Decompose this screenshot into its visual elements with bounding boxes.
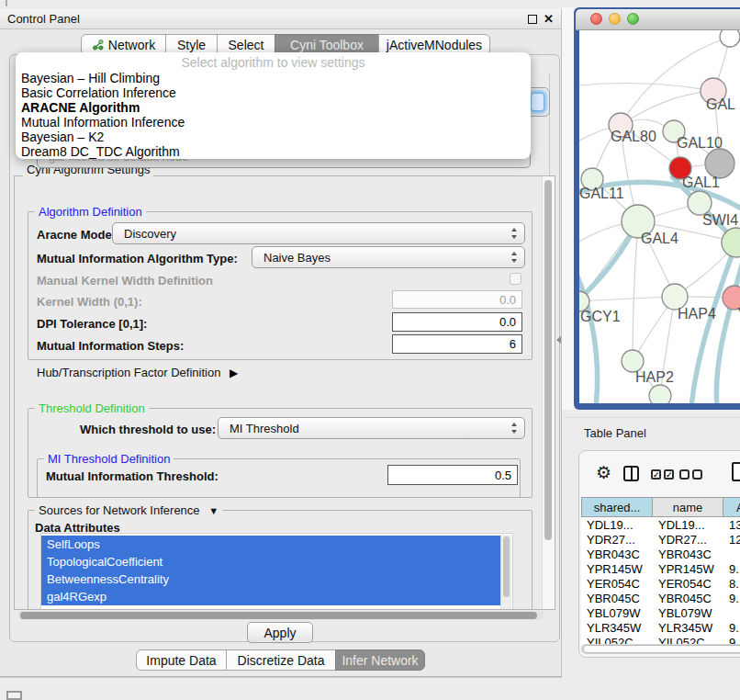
node-label: HAP4: [678, 306, 716, 322]
hub-definition-label: Hub/Transcription Factor Definition: [37, 366, 220, 379]
manual-kernel-checkbox: [510, 273, 521, 285]
table-row[interactable]: YDL19... YDL19... 13: [581, 517, 740, 532]
network-node[interactable]: [649, 385, 671, 403]
table-row[interactable]: YIL052C YIL052C 9: [581, 635, 740, 644]
list-item[interactable]: BetweennessCentrality: [41, 570, 506, 588]
mi-type-combo[interactable]: Naive Bayes: [252, 246, 525, 268]
network-canvas[interactable]: GAL GAL80 GAL10 GAL1 GAL11 GAL4 SWI4 GCY…: [579, 30, 740, 403]
list-item[interactable]: TopologicalCoefficient: [41, 553, 506, 570]
table-panel-divider: [564, 417, 740, 418]
cell-shared-name: YBR045C: [587, 591, 640, 605]
mi-steps-input[interactable]: 6: [392, 334, 522, 354]
minimized-panel-icon[interactable]: [6, 691, 22, 700]
which-threshold-value: MI Threshold: [230, 422, 299, 435]
table-row[interactable]: YPR145W YPR145W 9.: [581, 561, 740, 576]
cell-value: 8.: [729, 576, 739, 591]
cell-value: 9.: [729, 620, 739, 635]
column-header[interactable]: A: [723, 497, 740, 517]
column-header[interactable]: shared...: [581, 497, 653, 517]
menu-item[interactable]: Basic Correlation Inference: [16, 85, 531, 100]
tab-discretize-data-label: Discretize Data: [238, 653, 325, 668]
minimize-button[interactable]: [609, 13, 621, 25]
scrollbar-thumb[interactable]: [20, 612, 537, 619]
menu-item[interactable]: Mutual Information Inference: [16, 115, 531, 130]
table-row[interactable]: YBR043C YBR043C: [581, 547, 740, 561]
table-row[interactable]: YBL079W YBL079W: [581, 605, 740, 620]
table-row[interactable]: YBR045C YBR045C 9.: [581, 591, 740, 605]
mi-steps-label: Mutual Information Steps:: [37, 339, 184, 353]
menu-item[interactable]: ARACNE Algorithm: [16, 100, 531, 115]
splitter-arrow-icon[interactable]: [556, 336, 561, 344]
close-button[interactable]: [590, 13, 602, 25]
scrollbar-thumb[interactable]: [544, 180, 552, 540]
hidden-group-border: [549, 73, 550, 176]
tab-infer-network[interactable]: Infer Network: [335, 649, 425, 671]
table-body: YDL19... YDL19... 13 YDR27... YDR27... 1…: [581, 517, 740, 644]
settings-vertical-scrollbar[interactable]: [542, 176, 555, 609]
scrollbar-thumb[interactable]: [583, 645, 740, 653]
close-icon[interactable]: ✕: [544, 12, 554, 26]
panel-divider[interactable]: [562, 7, 574, 410]
menu-item[interactable]: Bayesian – K2: [16, 130, 531, 144]
tab-discretize-data[interactable]: Discretize Data: [226, 649, 336, 671]
tab-select-label: Select: [229, 38, 264, 52]
dpi-tolerance-input[interactable]: 0.0: [392, 312, 522, 332]
table-row[interactable]: YER054C YER054C 8.: [581, 576, 740, 591]
sources-toggle[interactable]: Sources for Network Inference ▼: [35, 503, 222, 517]
cell-name: YLR345W: [658, 620, 712, 635]
table-row[interactable]: YLR345W YLR345W 9.: [581, 620, 740, 635]
network-node[interactable]: [720, 30, 740, 47]
combo-focus-stepper: [531, 93, 544, 111]
mi-threshold-input[interactable]: 0.5: [387, 465, 518, 485]
node-label: GAL80: [611, 129, 656, 144]
document-icon[interactable]: [732, 462, 740, 481]
node-label: HAP2: [635, 369, 674, 385]
float-window-icon[interactable]: [528, 15, 537, 24]
apply-button[interactable]: Apply: [247, 622, 313, 643]
scrollbar-thumb[interactable]: [503, 536, 510, 597]
network-node-labels: GAL GAL80 GAL10 GAL1 GAL11 GAL4 SWI4 GCY…: [579, 96, 740, 385]
tab-cyni-toolbox-label: Cyni Toolbox: [290, 38, 364, 52]
stepper-icon: [511, 252, 518, 263]
which-threshold-combo[interactable]: MI Threshold: [218, 417, 525, 439]
cell-name: YIL052C: [658, 635, 705, 644]
aracne-mode-combo[interactable]: Discovery: [112, 222, 525, 244]
data-attributes-list: SelfLoops TopologicalCoefficient Between…: [40, 533, 513, 610]
list-item[interactable]: gal4RGexp: [41, 588, 506, 605]
node-label: GAL11: [579, 186, 624, 201]
cell-name: YBR045C: [658, 591, 712, 605]
cell-value: 13: [729, 517, 740, 532]
cell-shared-name: YER054C: [587, 576, 640, 591]
list-vertical-scrollbar[interactable]: [500, 535, 511, 610]
column-layout-icon[interactable]: [623, 466, 639, 481]
control-panel-titlebar[interactable]: Control Panel ✕: [0, 9, 561, 29]
column-header[interactable]: name: [653, 497, 723, 517]
mi-threshold-label: Mutual Information Threshold:: [46, 469, 219, 483]
aracne-mode-label: Aracne Mode:: [37, 228, 116, 242]
table-row[interactable]: YDR27... YDR27... 12: [581, 532, 740, 547]
dpi-tolerance-label: DPI Tolerance [0,1]:: [37, 317, 147, 331]
deselect-all-columns-icon[interactable]: [679, 469, 702, 480]
table-horizontal-scrollbar[interactable]: [581, 644, 740, 654]
network-window-titlebar[interactable]: [576, 9, 740, 30]
aracne-mode-value: Discovery: [124, 227, 176, 241]
cell-value: 9.: [729, 591, 739, 605]
menu-item[interactable]: Dream8 DC_TDC Algorithm: [16, 144, 531, 159]
cell-name: YBR043C: [658, 547, 712, 561]
table-panel-title: Table Panel: [584, 426, 646, 440]
tab-style-label: Style: [177, 38, 206, 52]
zoom-button[interactable]: [627, 13, 639, 25]
cell-shared-name: YLR345W: [587, 620, 641, 635]
tab-jactivemnodules-label: jActiveMNodules: [387, 38, 482, 52]
tab-impute-data[interactable]: Impute Data: [136, 649, 227, 671]
cell-name: YDL19...: [658, 517, 705, 532]
select-all-columns-icon[interactable]: ✓ ✓: [651, 469, 674, 480]
gear-icon[interactable]: ⚙: [596, 462, 611, 483]
bottom-tabs: Impute Data Discretize Data Infer Networ…: [136, 649, 425, 671]
settings-horizontal-scrollbar[interactable]: [17, 611, 544, 620]
sources-title: Sources for Network Inference: [39, 503, 200, 517]
list-item[interactable]: SelfLoops: [41, 536, 506, 553]
node-label: GAL10: [677, 135, 723, 151]
hub-definition-toggle[interactable]: Hub/Transcription Factor Definition ▶: [37, 366, 238, 379]
menu-item[interactable]: Bayesian – Hill Climbing: [16, 71, 531, 85]
